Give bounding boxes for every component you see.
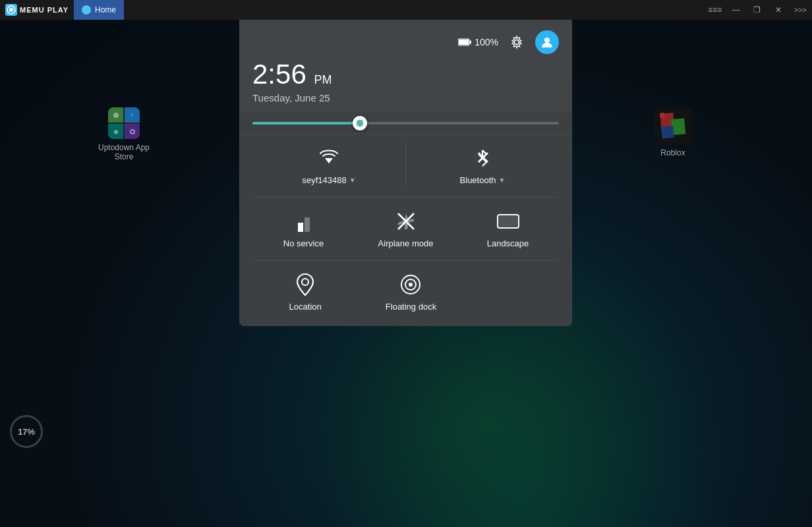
svg-point-1 — [9, 8, 13, 12]
empty-slot — [464, 267, 559, 317]
screen-rotate-icon — [496, 212, 520, 231]
header-top-row: 100% — [252, 30, 559, 54]
airplane-icon — [394, 209, 418, 233]
titlebar-tab[interactable]: Home — [74, 0, 124, 20]
svg-line-19 — [357, 121, 358, 122]
wifi-label-row: seyf143488 ▼ — [302, 175, 355, 185]
svg-marker-28 — [298, 223, 303, 232]
svg-marker-29 — [304, 217, 310, 232]
svg-line-20 — [362, 125, 363, 126]
airplane-mode-label: Airplane mode — [378, 238, 434, 248]
titlebar: MEMU PLAY Home ≡≡≡ — ❐ ✕ >>> — [0, 0, 812, 20]
titlebar-controls: ≡≡≡ — ❐ ✕ >>> — [705, 0, 812, 20]
memu-logo-icon — [5, 4, 17, 16]
time-display: 2:56 PM — [252, 61, 559, 88]
location-icon — [293, 273, 317, 296]
location-label: Location — [289, 302, 322, 312]
bluetooth-label: Bluetooth — [460, 175, 496, 185]
battery-percent-label: 100% — [475, 37, 498, 47]
bluetooth-label-row: Bluetooth ▼ — [460, 175, 506, 185]
two-toggle-row: Location Floating dock — [252, 267, 559, 319]
battery-icon — [458, 38, 471, 46]
titlebar-logo: MEMU PLAY — [0, 4, 74, 16]
tab-favicon — [82, 5, 91, 14]
floating-dock-label: Floating dock — [386, 302, 436, 312]
panel-header: 100% 2:56 PM Tuesday, June 25 — [239, 20, 572, 113]
bluetooth-toggle[interactable]: Bluetooth ▼ — [406, 141, 559, 190]
brightness-fill — [252, 122, 360, 125]
brightness-row — [239, 113, 572, 134]
wifi-toggle[interactable]: seyf143488 ▼ — [252, 141, 405, 190]
ampm-value: PM — [314, 73, 332, 86]
svg-line-27 — [478, 158, 482, 162]
bluetooth-icon — [471, 146, 494, 170]
svg-point-12 — [515, 40, 519, 45]
no-service-toggle[interactable]: No service — [252, 204, 355, 254]
tab-label: Home — [95, 5, 116, 14]
wifi-icon — [317, 146, 341, 170]
toggles-section: seyf143488 ▼ Bluetooth — [239, 134, 572, 326]
cellular-icon — [294, 211, 314, 232]
battery-info: 100% — [458, 37, 498, 47]
wifi-label: seyf143488 — [302, 175, 346, 185]
user-avatar-button[interactable] — [535, 30, 559, 54]
svg-rect-11 — [459, 40, 469, 45]
landscape-label: Landscape — [487, 238, 529, 248]
brightness-sun-icon — [355, 119, 364, 128]
svg-line-22 — [362, 121, 363, 122]
airplane-mode-toggle[interactable]: Airplane mode — [355, 204, 457, 254]
three-toggle-row: No service Airplane mode — [252, 204, 559, 261]
restore-button[interactable]: ❐ — [747, 0, 768, 20]
settings-gear-button[interactable] — [506, 32, 527, 53]
logo-text: MEMU PLAY — [20, 6, 69, 14]
svg-line-21 — [357, 125, 358, 126]
minimize-button[interactable]: — — [726, 0, 747, 20]
bluetooth-signal-icon — [473, 148, 492, 169]
bluetooth-dropdown-arrow: ▼ — [499, 177, 506, 184]
svg-point-14 — [358, 121, 362, 125]
close-button[interactable]: ✕ — [768, 0, 789, 20]
no-service-label: No service — [283, 238, 324, 248]
no-service-icon — [292, 209, 316, 233]
svg-point-13 — [544, 38, 550, 43]
svg-rect-33 — [499, 216, 517, 227]
time-value: 2:56 — [252, 59, 306, 90]
wifi-dropdown-arrow: ▼ — [349, 177, 356, 184]
svg-point-34 — [302, 279, 308, 285]
brightness-thumb[interactable] — [353, 116, 367, 130]
date-display: Tuesday, June 25 — [252, 92, 559, 103]
avatar-icon — [539, 34, 555, 50]
gear-icon — [509, 35, 524, 49]
svg-rect-10 — [470, 41, 472, 44]
airplane-mode-icon — [395, 211, 417, 232]
floating-dock-icon — [399, 273, 422, 296]
settings-button[interactable]: ≡≡≡ — [705, 0, 726, 20]
svg-point-37 — [409, 283, 413, 287]
svg-marker-23 — [325, 158, 333, 163]
brightness-slider[interactable] — [252, 122, 559, 125]
landscape-icon — [496, 209, 520, 233]
wifi-bluetooth-row: seyf143488 ▼ Bluetooth — [252, 141, 559, 198]
landscape-toggle[interactable]: Landscape — [457, 204, 559, 254]
more-options[interactable]: >>> — [789, 6, 812, 14]
location-pin-icon — [296, 273, 314, 296]
wifi-signal-icon — [318, 149, 339, 167]
floating-dock-btn-icon — [400, 274, 421, 295]
location-toggle[interactable]: Location — [252, 267, 358, 317]
floating-dock-toggle[interactable]: Floating dock — [358, 267, 463, 317]
quick-settings-panel: 100% 2:56 PM Tuesday, June 25 — [239, 20, 572, 326]
